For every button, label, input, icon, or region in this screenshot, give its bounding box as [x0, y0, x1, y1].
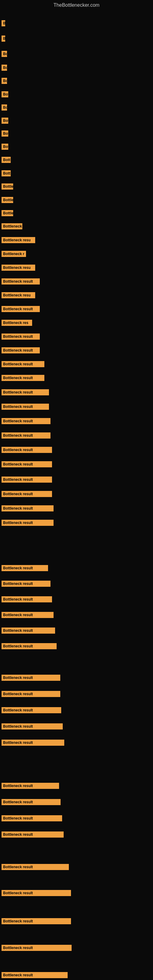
bar-label: Bottleneck result	[2, 627, 55, 634]
bar-row: Bot	[2, 144, 8, 150]
bar-row: Bottleneck result	[2, 864, 69, 870]
bar-label: Bottleneck result	[2, 691, 60, 697]
bar-label: Bottleneck res	[2, 320, 32, 326]
bar-label: Bottleneck result	[2, 643, 57, 649]
bar-row: Bottleneck resu	[2, 265, 35, 271]
bar-label: Bottleneck result	[2, 477, 52, 483]
bar-row: Bottleneck result	[2, 477, 52, 483]
bar-row: Bo	[2, 105, 7, 111]
bar-label: Bottleneck r	[2, 251, 26, 257]
bar-label: Bott	[2, 157, 11, 163]
bar-row: Bottleneck result	[2, 278, 40, 285]
bar-label: Bottleneck result	[2, 581, 51, 587]
bar-label: Bot	[2, 118, 8, 124]
bar-row: Bott	[2, 157, 11, 163]
bar-label: Bottleneck result	[2, 418, 51, 424]
bar-label: Bottle	[2, 183, 13, 189]
bar-row: Bottleneck result	[2, 612, 54, 618]
bar-row: Bottleneck resu	[2, 237, 35, 243]
bar-row: Bottleneck result	[2, 945, 72, 951]
bar-label: Bottleneck result	[2, 815, 62, 821]
bar-row: Bottleneck result	[2, 596, 52, 602]
bar-row: Bottleneck result	[2, 433, 51, 439]
bar-row: Bottleneck result	[2, 306, 40, 312]
bar-label: Bottleneck result	[2, 612, 54, 618]
bar-label: Bottleneck result	[2, 404, 49, 410]
bar-label: Bott	[2, 170, 11, 177]
bar-label: Bottleneck result	[2, 723, 63, 730]
bar-label: Bottleneck result	[2, 278, 40, 285]
bar-label: B	[2, 35, 5, 41]
bar-row: Bottleneck result	[2, 565, 48, 571]
bar-label: Bottleneck result	[2, 565, 48, 571]
bar-label: Bottleneck result	[2, 389, 49, 395]
bar-label: Bottleneck result	[2, 864, 69, 870]
bar-label: Bottleneck result	[2, 918, 71, 924]
bar-row: Bottleneck result	[2, 783, 59, 789]
bar-row: Bottleneck result	[2, 447, 52, 453]
bar-row: Bottleneck r	[2, 251, 26, 257]
bar-row: Bottleneck result	[2, 418, 51, 424]
bar-row: Bottleneck result	[2, 404, 49, 410]
bar-label: Bottleneck result	[2, 707, 61, 713]
bar-row: Bottleneck result	[2, 361, 45, 367]
bar-row: B	[2, 20, 5, 26]
bar-label: Bottleneck resu	[2, 265, 35, 271]
bar-row: B	[2, 35, 5, 41]
bar-row: Bottle	[2, 197, 13, 203]
bar-row: Bottleneck result	[2, 918, 71, 924]
bar-label: Bottleneck	[2, 223, 22, 229]
bar-row: Bottleneck result	[2, 461, 52, 467]
bar-row: Bottleneck result	[2, 627, 55, 634]
bar-row: Bottleneck result	[2, 832, 64, 838]
bar-label: Bottleneck result	[2, 306, 40, 312]
bar-row: Bottleneck	[2, 223, 22, 229]
bar-row: Bottleneck result	[2, 347, 40, 353]
bar-label: B	[2, 20, 5, 26]
bar-row: Bottleneck result	[2, 491, 52, 497]
bar-row: Bottleneck result	[2, 520, 54, 526]
bar-label: Bottle	[2, 197, 13, 203]
bar-label: Bottleneck result	[2, 347, 40, 353]
bar-row: Bot	[2, 118, 8, 124]
bar-row: Bo	[2, 51, 7, 57]
bar-label: Bottleneck result	[2, 783, 59, 789]
bar-label: Bottleneck result	[2, 505, 54, 511]
bar-label: Bottleneck result	[2, 890, 71, 896]
bar-row: Bottleneck resu	[2, 292, 35, 298]
bar-label: Bottleneck result	[2, 972, 68, 978]
bar-label: Bottleneck result	[2, 334, 40, 340]
bar-label: Bottleneck result	[2, 596, 52, 602]
bar-label: Bo	[2, 51, 7, 57]
bar-row: Bottleneck result	[2, 643, 57, 649]
bar-label: Bottle	[2, 210, 13, 216]
bar-label: Bottleneck result	[2, 433, 51, 439]
bar-row: Bottleneck result	[2, 691, 60, 697]
bar-row: Bottleneck res	[2, 320, 32, 326]
bar-row: Bottleneck result	[2, 799, 61, 805]
bar-label: Bottleneck resu	[2, 237, 35, 243]
bar-label: Bottleneck result	[2, 361, 45, 367]
bar-row: Bottleneck result	[2, 505, 54, 511]
bar-label: Bottleneck result	[2, 447, 52, 453]
bar-row: Bot	[2, 91, 8, 97]
bar-row: Bottleneck result	[2, 375, 45, 381]
bar-label: Bottleneck result	[2, 520, 54, 526]
bar-label: Bottleneck result	[2, 945, 72, 951]
bar-label: Bottleneck result	[2, 740, 64, 746]
bar-label: Bot	[2, 91, 8, 97]
bar-label: Bottleneck result	[2, 832, 64, 838]
bar-row: Bottleneck result	[2, 675, 60, 681]
bar-label: Bo	[2, 105, 7, 111]
bar-label: Bottleneck result	[2, 491, 52, 497]
bar-row: Bottle	[2, 183, 13, 189]
site-title-bar: TheBottlenecker.com	[0, 0, 153, 8]
bar-row: Bottle	[2, 210, 13, 216]
bar-row: Bottleneck result	[2, 581, 51, 587]
bar-label: Bo	[2, 65, 7, 71]
bar-label: Bottleneck result	[2, 799, 61, 805]
bar-row: Bo	[2, 78, 7, 84]
bar-row: Bottleneck result	[2, 723, 63, 730]
bar-row: Bottleneck result	[2, 890, 71, 896]
bar-row: Bottleneck result	[2, 815, 62, 821]
